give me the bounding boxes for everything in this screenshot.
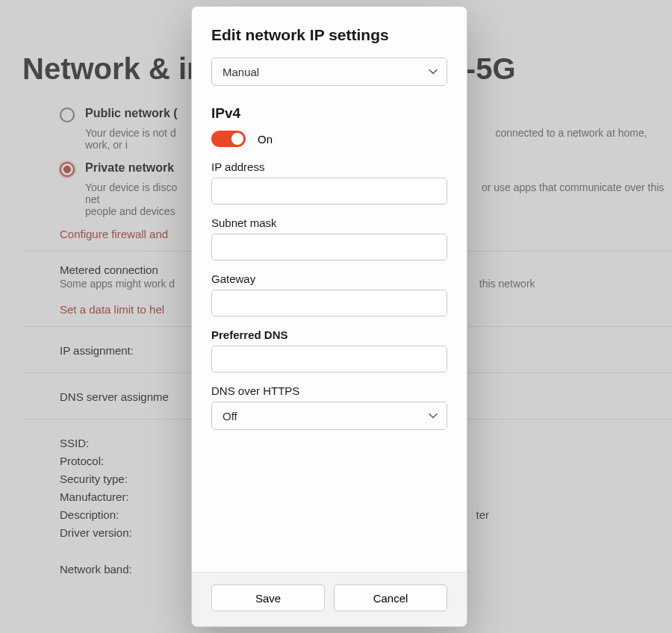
preferred-dns-label: Preferred DNS	[211, 328, 447, 341]
dns-over-https-select[interactable]: Off	[211, 402, 447, 430]
ipv4-toggle-state: On	[258, 133, 273, 146]
subnet-mask-input[interactable]	[211, 234, 447, 261]
ip-address-label: IP address	[211, 160, 447, 173]
gateway-label: Gateway	[211, 272, 447, 285]
dialog-title: Edit network IP settings	[211, 26, 447, 44]
ip-address-input[interactable]	[211, 178, 447, 205]
dialog-footer: Save Cancel	[192, 572, 467, 626]
save-button[interactable]: Save	[211, 584, 325, 611]
dns-over-https-label: DNS over HTTPS	[211, 384, 447, 397]
ip-mode-value: Manual	[223, 66, 259, 78]
preferred-dns-input[interactable]	[211, 346, 447, 372]
ip-mode-select[interactable]: Manual	[211, 57, 447, 86]
cancel-button[interactable]: Cancel	[334, 584, 447, 611]
chevron-down-icon	[429, 67, 438, 76]
subnet-mask-label: Subnet mask	[211, 216, 447, 229]
dns-over-https-value: Off	[223, 410, 237, 422]
ipv4-section-title: IPv4	[211, 105, 447, 122]
edit-ip-settings-dialog: Edit network IP settings Manual IPv4 On …	[191, 6, 467, 627]
chevron-down-icon	[429, 411, 438, 420]
gateway-input[interactable]	[211, 290, 447, 316]
ipv4-toggle[interactable]	[211, 131, 246, 147]
